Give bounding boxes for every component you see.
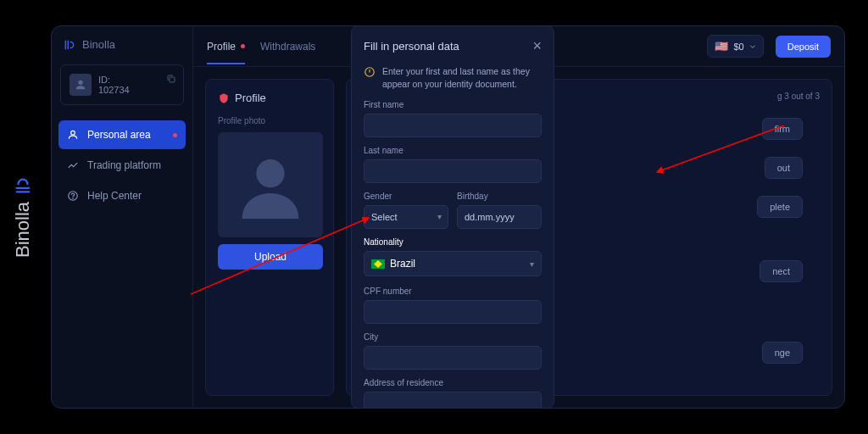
brand-watermark: Binolla <box>12 176 34 258</box>
chevron-down-icon: ▾ <box>437 212 442 221</box>
deposit-button[interactable]: Deposit <box>776 36 831 58</box>
alert-dot <box>173 133 177 137</box>
sidebar-nav: Personal area Trading platform Help Cent… <box>52 120 192 210</box>
verify-btn-2[interactable]: out <box>765 157 803 179</box>
brazil-flag-icon <box>371 259 385 269</box>
verify-progress: g 3 out of 3 <box>777 92 820 101</box>
sidebar-item-label: Help Center <box>87 190 142 202</box>
svg-point-5 <box>256 159 284 187</box>
tab-profile[interactable]: Profile <box>207 29 245 64</box>
gender-label: Gender <box>364 192 448 201</box>
modal-title: Fill in personal data <box>364 40 459 53</box>
brand-logo: Binolla <box>52 38 192 64</box>
sidebar-item-help[interactable]: Help Center <box>58 181 186 210</box>
warning-icon <box>364 66 376 78</box>
nationality-label: Nationality <box>364 237 542 247</box>
cpf-label: CPF number <box>364 287 542 296</box>
svg-point-4 <box>73 198 74 199</box>
sidebar-item-personal[interactable]: Personal area <box>58 120 186 149</box>
chevron-down-icon: ▾ <box>530 259 534 269</box>
first-name-label: First name <box>364 100 542 109</box>
avatar-icon <box>70 74 92 96</box>
verify-btn-4[interactable]: nect <box>760 260 803 282</box>
tab-withdrawals[interactable]: Withdrawals <box>260 29 315 64</box>
verify-btn-1[interactable]: firm <box>762 118 803 140</box>
sidebar-item-trading[interactable]: Trading platform <box>58 151 186 180</box>
close-icon[interactable]: × <box>532 38 542 53</box>
city-label: City <box>364 332 542 342</box>
city-input[interactable] <box>364 346 542 370</box>
profile-title: Profile <box>218 92 321 104</box>
sidebar-item-label: Personal area <box>87 129 151 141</box>
svg-point-2 <box>71 131 75 135</box>
user-id-card[interactable]: ID: 102734 <box>60 64 184 105</box>
first-name-input[interactable] <box>364 114 542 137</box>
sidebar-item-label: Trading platform <box>87 159 161 171</box>
svg-point-0 <box>78 81 82 85</box>
personal-data-modal: Fill in personal data × Enter your first… <box>351 25 554 409</box>
id-value: 102734 <box>98 85 130 95</box>
svg-rect-1 <box>170 77 175 82</box>
alert-dot <box>241 44 245 48</box>
sidebar: Binolla ID: 102734 Personal area Trading… <box>52 26 193 408</box>
upload-button[interactable]: Upload <box>218 244 323 270</box>
nationality-select[interactable]: Brazil ▾ <box>364 251 542 276</box>
photo-label: Profile photo <box>218 116 321 125</box>
verify-btn-3[interactable]: plete <box>757 196 803 218</box>
profile-card: Profile Profile photo Upload <box>205 79 334 396</box>
address-label: Address of residence <box>364 378 542 387</box>
last-name-input[interactable] <box>364 159 542 183</box>
modal-notice: Enter your first and last name as they a… <box>364 65 542 90</box>
photo-placeholder <box>218 132 323 237</box>
copy-icon[interactable] <box>166 74 176 84</box>
chevron-down-icon <box>749 43 756 50</box>
last-name-label: Last name <box>364 146 542 155</box>
verify-btn-5[interactable]: nge <box>762 342 803 364</box>
balance-selector[interactable]: 🇺🇸$0 <box>707 35 763 58</box>
birthday-label: Birthday <box>457 192 542 201</box>
address-input[interactable] <box>364 392 542 409</box>
birthday-input[interactable] <box>457 205 542 229</box>
id-label: ID: <box>98 75 130 85</box>
cpf-input[interactable] <box>364 300 542 324</box>
gender-select[interactable] <box>364 205 448 229</box>
